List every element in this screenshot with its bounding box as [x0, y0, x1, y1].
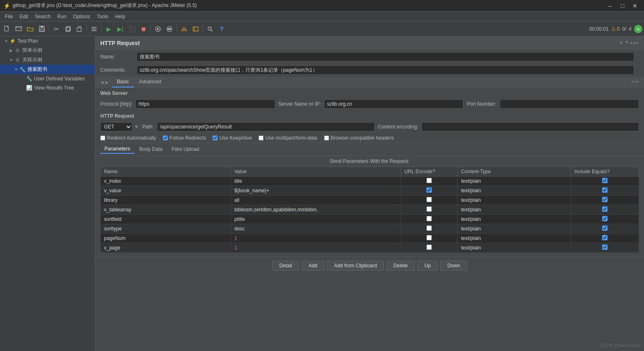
- protocol-input[interactable]: [136, 99, 275, 109]
- help-button[interactable]: ?: [216, 24, 227, 34]
- search-button[interactable]: [205, 24, 215, 34]
- include-equals-checkbox[interactable]: [602, 216, 608, 221]
- collapse-down-icon[interactable]: ▼: [625, 40, 629, 46]
- include-equals-checkbox[interactable]: [602, 225, 608, 231]
- param-include-cell[interactable]: [571, 215, 639, 224]
- nav-arrow-left[interactable]: ◀: [100, 80, 104, 85]
- maximize-button[interactable]: □: [617, 0, 628, 12]
- add-button[interactable]: Add: [302, 261, 324, 271]
- remote-start-all-button[interactable]: [164, 24, 175, 34]
- include-equals-checkbox[interactable]: [602, 187, 608, 193]
- url-encode-checkbox[interactable]: [426, 178, 432, 183]
- param-url-encode-cell[interactable]: [401, 224, 458, 234]
- param-include-cell[interactable]: [571, 196, 639, 205]
- collapse-up-icon[interactable]: ▲: [619, 40, 623, 46]
- checkbox-keepalive[interactable]: Use KeepAlive: [213, 135, 252, 141]
- param-include-cell[interactable]: [571, 224, 639, 234]
- open-button[interactable]: [25, 24, 36, 34]
- down-button[interactable]: Down: [440, 261, 467, 271]
- table-row[interactable]: sorttypedesctext/plain: [101, 224, 639, 234]
- table-row[interactable]: v_indextitletext/plain: [101, 177, 639, 186]
- param-url-encode-cell[interactable]: [401, 186, 458, 196]
- param-url-encode-cell[interactable]: [401, 196, 458, 205]
- include-equals-checkbox[interactable]: [602, 197, 608, 202]
- detail-button[interactable]: Detail: [272, 261, 299, 271]
- stop-button[interactable]: ⬛: [126, 24, 137, 34]
- include-equals-checkbox[interactable]: [602, 244, 608, 250]
- name-input[interactable]: [137, 52, 634, 61]
- path-input[interactable]: [157, 122, 375, 131]
- param-include-cell[interactable]: [571, 177, 639, 186]
- url-encode-checkbox[interactable]: [426, 206, 432, 212]
- param-tab-parameters[interactable]: Parameters: [100, 145, 134, 154]
- param-url-encode-cell[interactable]: [401, 177, 458, 186]
- cut-button[interactable]: ✂: [51, 24, 62, 34]
- include-equals-checkbox[interactable]: [602, 206, 608, 212]
- sidebar-item-simple-example[interactable]: ▶ ⚙ 简单示例: [0, 46, 95, 55]
- add-from-clipboard-button[interactable]: Add from Clipboard: [327, 261, 384, 271]
- table-row[interactable]: libraryalltext/plain: [101, 196, 639, 205]
- checkbox-redirect-auto[interactable]: Redirect Automatically: [100, 135, 156, 141]
- include-equals-checkbox[interactable]: [602, 235, 608, 240]
- paste-button[interactable]: [74, 24, 85, 34]
- checkbox-follow-redirects[interactable]: Follow Redirects: [163, 135, 206, 141]
- url-encode-checkbox[interactable]: [426, 187, 432, 193]
- param-url-encode-cell[interactable]: [401, 234, 458, 243]
- shutdown-button[interactable]: ⏹: [138, 24, 149, 34]
- param-url-encode-cell[interactable]: [401, 243, 458, 253]
- menu-tools[interactable]: Tools: [93, 13, 111, 20]
- param-include-cell[interactable]: [571, 205, 639, 215]
- url-encode-checkbox[interactable]: [426, 235, 432, 240]
- port-input[interactable]: [500, 99, 639, 109]
- sidebar-item-view-results[interactable]: ▶ 📊 View Results Tree: [0, 83, 95, 92]
- keepalive-checkbox[interactable]: [213, 136, 218, 140]
- param-url-encode-cell[interactable]: [401, 205, 458, 215]
- method-select[interactable]: GET POST PUT DELETE: [100, 122, 132, 131]
- multipart-checkbox[interactable]: [259, 136, 264, 140]
- sidebar-item-related-example[interactable]: ▼ ⚙ 关联示例: [0, 55, 95, 65]
- param-url-encode-cell[interactable]: [401, 215, 458, 224]
- remote-start-button[interactable]: [153, 24, 163, 34]
- encoding-input[interactable]: [421, 122, 639, 131]
- start-button[interactable]: ▶: [103, 24, 114, 34]
- table-row[interactable]: v_page1text/plain: [101, 243, 639, 253]
- param-include-cell[interactable]: [571, 234, 639, 243]
- sidebar-item-user-defined[interactable]: ▶ 🔧 User Defined Variables: [0, 74, 95, 83]
- checkbox-browser-compat[interactable]: Browser-compatible headers: [324, 135, 394, 141]
- up-button[interactable]: Up: [417, 261, 438, 271]
- menu-edit[interactable]: Edit: [16, 13, 31, 20]
- save-button[interactable]: [36, 24, 47, 34]
- param-include-cell[interactable]: [571, 243, 639, 253]
- more-options-dots[interactable]: •••: [630, 40, 639, 46]
- close-button[interactable]: ✕: [629, 0, 641, 12]
- add-toolbar-button[interactable]: +: [634, 25, 642, 33]
- nav-arrow-right[interactable]: ▶: [105, 80, 109, 85]
- checkbox-multipart[interactable]: Use multipart/form-data: [259, 135, 317, 141]
- url-encode-checkbox[interactable]: [426, 225, 432, 231]
- delete-button[interactable]: Delete: [386, 261, 415, 271]
- redirect-auto-checkbox[interactable]: [100, 136, 105, 140]
- copy-button[interactable]: [63, 24, 73, 34]
- include-equals-checkbox[interactable]: [602, 178, 608, 183]
- start-no-pause-button[interactable]: ▶|: [115, 24, 126, 34]
- tab-basic[interactable]: Basic: [112, 77, 134, 87]
- new-button[interactable]: [2, 24, 12, 34]
- clear-all-button[interactable]: [190, 24, 201, 34]
- clear-button[interactable]: [179, 24, 189, 34]
- table-row[interactable]: v_tablearraybibliosm,serbibm,apabibibm,m…: [101, 205, 639, 215]
- menu-run[interactable]: Run: [54, 13, 70, 20]
- minimize-button[interactable]: –: [604, 0, 616, 12]
- sidebar-item-test-plan[interactable]: ▼ ⚡ Test Plan: [0, 36, 95, 46]
- url-encode-checkbox[interactable]: [426, 244, 432, 250]
- table-row[interactable]: v_value${book_name}+text/plain: [101, 186, 639, 196]
- tab-more-dots[interactable]: •••: [631, 79, 639, 85]
- param-include-cell[interactable]: [571, 186, 639, 196]
- comments-input[interactable]: [137, 65, 634, 75]
- param-tab-body[interactable]: Body Data: [135, 145, 167, 153]
- tab-advanced[interactable]: Advanced: [134, 77, 166, 87]
- template-button[interactable]: [13, 24, 24, 34]
- sidebar-item-search-books[interactable]: ▼ 🔧 搜索图书: [0, 65, 95, 74]
- menu-file[interactable]: File: [2, 13, 16, 20]
- server-name-input[interactable]: [324, 99, 463, 109]
- param-tab-files[interactable]: Files Upload: [167, 145, 203, 153]
